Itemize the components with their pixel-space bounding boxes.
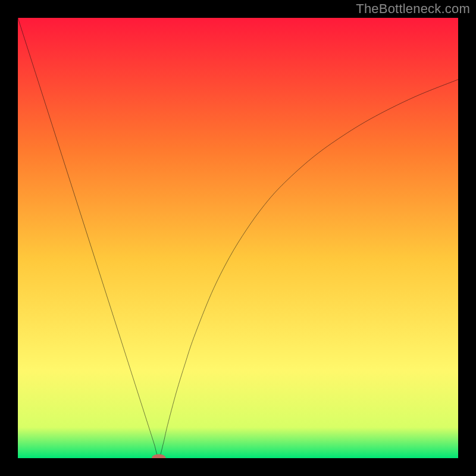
chart-frame: TheBottleneck.com	[0, 0, 476, 476]
chart-svg	[18, 18, 458, 458]
plot-area	[18, 18, 458, 458]
gradient-background	[18, 18, 458, 458]
watermark-text: TheBottleneck.com	[356, 1, 470, 17]
